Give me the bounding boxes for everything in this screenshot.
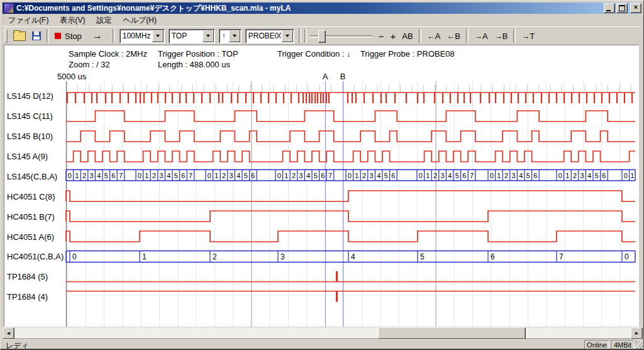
channel-label-6: HC4051 B(7)	[7, 212, 55, 222]
run-arrow-icon: →	[92, 30, 103, 42]
stop-button[interactable]: Stop	[52, 29, 85, 43]
horizontal-scrollbar[interactable]: ◄ ►	[3, 327, 643, 338]
maximize-icon	[619, 5, 625, 11]
app-icon[interactable]	[4, 3, 14, 13]
goto-a-left-button[interactable]: ←A	[424, 29, 444, 43]
ab-button[interactable]: AB	[399, 29, 416, 43]
dropdown-arrow-icon[interactable]	[203, 30, 214, 42]
zoom-in-button[interactable]: +	[387, 29, 399, 43]
trigger-probe-combo[interactable]: PROBE00	[245, 29, 294, 43]
menu-item-3[interactable]: ヘルプ(H)	[117, 14, 162, 26]
channel-label-5: HC4051 C(8)	[7, 192, 55, 202]
trigger-position-combo[interactable]: TOP	[169, 29, 215, 43]
close-icon: ×	[634, 3, 638, 11]
goto-b-left-button[interactable]: ←B	[443, 29, 464, 43]
info-trigger-probe: Trigger Probe : PROBE08	[360, 49, 455, 59]
status-bar: レディ Online 4MBit	[3, 339, 643, 350]
cursor-b-label[interactable]: B	[338, 72, 348, 81]
run-button[interactable]: →	[85, 29, 110, 43]
toolbar-separator	[513, 29, 516, 43]
menu-bar: ファイル(F)表示(V)設定ヘルプ(H)	[3, 14, 641, 26]
zoom-slider-thumb[interactable]	[318, 30, 326, 43]
toolbar-separator	[113, 29, 115, 43]
window-title: C:¥Documents and Settings¥noname¥デスクトップ¥…	[16, 3, 602, 14]
goto-a-right-button[interactable]: →A	[471, 29, 491, 43]
status-memory-badge: 4MBit	[611, 340, 635, 349]
trigger-edge-combo[interactable]: ↑	[219, 29, 242, 43]
toolbar-grip[interactable]	[4, 29, 8, 43]
channel-label-8: HC4051(C,B,A)	[7, 252, 64, 262]
toolbar-separator	[466, 29, 469, 43]
channel-label-10: TP1684 (4)	[7, 292, 48, 302]
open-button[interactable]	[10, 29, 29, 43]
status-online-badge: Online	[584, 340, 609, 349]
scrollbar-thumb[interactable]	[378, 327, 526, 339]
minimize-button[interactable]	[604, 3, 615, 13]
menu-item-2[interactable]: 設定	[91, 14, 117, 26]
app-window: C:¥Documents and Settings¥noname¥デスクトップ¥…	[0, 0, 644, 350]
waveform-panel[interactable]	[4, 45, 639, 327]
channel-label-1: LS145 C(11)	[7, 111, 53, 121]
zoom-slider[interactable]	[310, 29, 373, 43]
dropdown-arrow-icon[interactable]	[229, 30, 240, 42]
scroll-right-icon: ►	[635, 330, 640, 336]
channel-label-7: HC4051 A(6)	[7, 232, 54, 242]
goto-trigger-button[interactable]: →T	[518, 29, 538, 43]
timebase-label: 5000 us	[57, 72, 86, 81]
info-zoom: Zoom : / 32	[69, 60, 110, 69]
channel-label-3: LS145 A(9)	[7, 152, 48, 162]
status-ready: レディ	[6, 341, 29, 350]
goto-b-right-button[interactable]: →B	[491, 29, 511, 43]
resize-grip[interactable]	[635, 341, 643, 349]
toolbar-separator	[47, 29, 49, 43]
dropdown-arrow-icon[interactable]	[152, 30, 164, 42]
channel-label-2: LS145 B(10)	[7, 132, 53, 142]
scroll-left-button[interactable]: ◄	[3, 327, 14, 339]
toolbar: Stop → 100MHz TOP ↑ PROBE00 − + AB ←A	[3, 26, 641, 45]
save-floppy-icon	[32, 31, 41, 40]
info-length: Length : 488.000 us	[158, 60, 230, 69]
dropdown-arrow-icon[interactable]	[282, 30, 293, 42]
info-sample-clock: Sample Clock : 2MHz	[69, 49, 147, 59]
channel-label-0: LS145 D(12)	[7, 91, 53, 101]
toolbar-separator	[299, 29, 301, 43]
channel-label-4: LS145(C,B,A)	[7, 172, 57, 182]
toolbar-separator	[304, 29, 307, 43]
open-folder-icon	[13, 31, 26, 41]
stop-label: Stop	[65, 31, 82, 41]
cursor-a-label[interactable]: A	[320, 72, 330, 81]
sample-clock-combo[interactable]: 100MHz	[119, 29, 165, 43]
close-button[interactable]: ×	[630, 3, 641, 13]
scroll-left-icon: ◄	[6, 330, 11, 336]
menu-item-1[interactable]: 表示(V)	[54, 14, 91, 26]
info-trigger-condition: Trigger Condition : ↓	[277, 49, 351, 59]
sample-clock-value: 100MHz	[120, 31, 152, 40]
zoom-out-button[interactable]: −	[375, 29, 387, 43]
minimize-icon	[606, 10, 611, 11]
trigger-position-value: TOP	[169, 31, 202, 40]
toolbar-separator	[419, 29, 421, 43]
channel-label-9: TP1684 (5)	[7, 272, 48, 282]
stop-icon	[55, 33, 61, 39]
trigger-edge-value: ↑	[219, 31, 228, 40]
title-bar[interactable]: C:¥Documents and Settings¥noname¥デスクトップ¥…	[3, 3, 641, 14]
trigger-probe-value: PROBE00	[246, 31, 281, 40]
menu-item-0[interactable]: ファイル(F)	[3, 14, 54, 26]
maximize-button[interactable]	[616, 3, 628, 13]
scroll-right-button[interactable]: ►	[631, 327, 643, 339]
save-button[interactable]	[29, 29, 44, 43]
info-trigger-position: Trigger Position : TOP	[158, 49, 238, 59]
